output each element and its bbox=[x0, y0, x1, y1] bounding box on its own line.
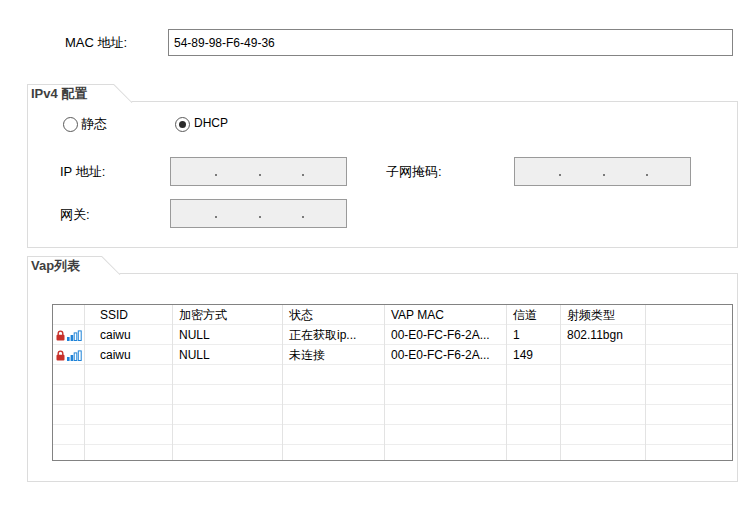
ip-octet-separator bbox=[302, 216, 304, 218]
ip-octet-separator bbox=[559, 174, 561, 176]
ip-octet-separator bbox=[302, 174, 304, 176]
vap-header-filler bbox=[646, 305, 732, 325]
gateway-label: 网关: bbox=[60, 206, 90, 224]
subnet-mask-label: 子网掩码: bbox=[386, 163, 442, 181]
vap-header-encryption: 加密方式 bbox=[173, 305, 283, 325]
dhcp-radio-label: DHCP bbox=[194, 116, 228, 130]
static-radio-label: 静态 bbox=[81, 115, 107, 133]
lock-icon bbox=[56, 330, 65, 341]
gateway-input[interactable] bbox=[170, 199, 347, 228]
table-row-icons bbox=[53, 345, 85, 365]
vap-header-vap-mac: VAP MAC bbox=[385, 305, 507, 325]
vap-row-rf-type[interactable] bbox=[561, 345, 646, 365]
ipv4-groupbox-caption: IPv4 配置 bbox=[27, 84, 114, 102]
vap-header-icon bbox=[53, 305, 85, 325]
ip-octet-separator bbox=[215, 174, 217, 176]
ip-octet-separator bbox=[215, 216, 217, 218]
vap-row-channel[interactable]: 1 bbox=[507, 325, 561, 345]
ip-octet-separator bbox=[259, 174, 261, 176]
vap-row-status[interactable]: 未连接 bbox=[283, 345, 385, 365]
lock-icon bbox=[56, 350, 65, 361]
ip-octet-separator bbox=[603, 174, 605, 176]
dhcp-radio-selected-dot bbox=[179, 121, 186, 128]
signal-bars-icon bbox=[67, 330, 82, 341]
vap-header-channel: 信道 bbox=[507, 305, 561, 325]
vap-row-rf-type[interactable]: 802.11bgn bbox=[561, 325, 646, 345]
ipv4-groupbox-title: IPv4 配置 bbox=[31, 86, 87, 101]
static-radio[interactable] bbox=[63, 117, 78, 132]
vap-table: SSID 加密方式 状态 VAP MAC 信道 射频类型 caiwu bbox=[52, 304, 733, 461]
ip-octet-separator bbox=[646, 174, 648, 176]
table-row-icons bbox=[53, 325, 85, 345]
vap-row-filler bbox=[646, 325, 732, 345]
vap-header-rf-type: 射频类型 bbox=[561, 305, 646, 325]
vap-row-ssid[interactable]: caiwu bbox=[85, 325, 173, 345]
ip-octet-separator bbox=[259, 216, 261, 218]
vap-row-vap-mac[interactable]: 00-E0-FC-F6-2A... bbox=[385, 345, 507, 365]
vap-row-vap-mac[interactable]: 00-E0-FC-F6-2A... bbox=[385, 325, 507, 345]
vap-groupbox-title: Vap列表 bbox=[31, 258, 80, 273]
mac-address-label: MAC 地址: bbox=[65, 34, 127, 52]
vap-row-channel[interactable]: 149 bbox=[507, 345, 561, 365]
vap-row-filler bbox=[646, 345, 732, 365]
signal-bars-icon bbox=[67, 350, 82, 361]
vap-header-ssid: SSID bbox=[85, 305, 173, 325]
vap-row-status[interactable]: 正在获取ip... bbox=[283, 325, 385, 345]
ip-address-input[interactable] bbox=[170, 157, 347, 186]
ap-config-panel: MAC 地址: IPv4 配置 静态 DHCP IP 地址: 子网掩码: 网关:… bbox=[0, 0, 738, 528]
ip-address-label: IP 地址: bbox=[60, 163, 105, 181]
vap-groupbox-caption: Vap列表 bbox=[27, 256, 102, 274]
subnet-mask-input[interactable] bbox=[514, 157, 691, 186]
vap-row-ssid[interactable]: caiwu bbox=[85, 345, 173, 365]
vap-row-encryption[interactable]: NULL bbox=[173, 325, 283, 345]
vap-header-status: 状态 bbox=[283, 305, 385, 325]
vap-row-encryption[interactable]: NULL bbox=[173, 345, 283, 365]
mac-address-input[interactable] bbox=[168, 29, 733, 56]
dhcp-radio[interactable] bbox=[175, 117, 190, 132]
